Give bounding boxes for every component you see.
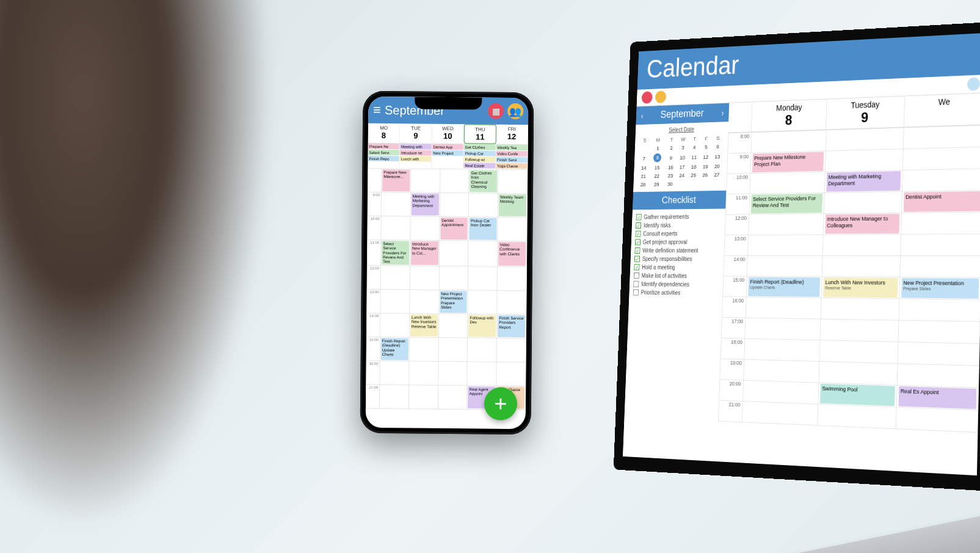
calendar-event[interactable]: Meeting with Marketing Department (411, 193, 438, 215)
calendar-event[interactable]: Followup with Dev (468, 315, 496, 337)
event-chip[interactable]: Meeting with (400, 144, 431, 149)
mini-cal-day[interactable]: 7 (638, 152, 650, 164)
calendar-event[interactable]: Lunch With New InvestorsReserve Table (823, 277, 898, 298)
calendar-event[interactable]: Prepare New Milestone Project Plan (752, 152, 824, 173)
mini-cal-day[interactable]: 16 (665, 163, 677, 172)
checklist-item[interactable]: Prioritize activities (633, 288, 719, 298)
calendar-event[interactable]: New Project Presentation Prepare Slides (440, 291, 467, 313)
mini-cal-day[interactable]: 15 (649, 163, 665, 172)
phone-day-TUE[interactable]: TUE9 (400, 123, 432, 143)
event-chip[interactable]: Lunch with (400, 156, 431, 161)
phone-day-FRI[interactable]: FRI12 (496, 125, 528, 144)
calendar-event[interactable]: Finish Report (Deadline) Update Charts (381, 338, 408, 360)
next-month-icon[interactable]: › (721, 108, 724, 117)
checkbox-icon[interactable]: ✓ (634, 256, 640, 262)
event-chip[interactable]: Finish Servi (496, 157, 527, 163)
calendar-event[interactable]: Dentist Appoint (904, 191, 980, 212)
mini-cal-day[interactable]: 8 (650, 152, 666, 164)
calendar-event[interactable]: Select Service Providers For Review And … (382, 241, 409, 265)
checkbox-icon[interactable]: ✓ (636, 214, 642, 220)
event-chip[interactable]: Real Estate (464, 163, 495, 168)
mini-cal-day[interactable]: 2 (666, 144, 677, 152)
calendar-event[interactable]: Select Service Providers For Review And … (751, 194, 822, 214)
checkbox-icon[interactable]: ✓ (634, 247, 640, 254)
mini-cal-day[interactable]: 25 (688, 170, 700, 179)
event-chip[interactable]: Introduce ne (400, 150, 431, 155)
calendar-tool-icon[interactable] (642, 91, 653, 103)
event-chip[interactable]: Prepare Ne (368, 144, 399, 149)
checkbox-icon[interactable]: ✓ (635, 239, 641, 245)
user-avatar[interactable] (967, 77, 980, 90)
mini-cal-day[interactable]: 1 (650, 144, 666, 152)
mini-cal-day[interactable]: 5 (700, 142, 713, 151)
calendar-event[interactable]: Lunch With New Investors Reserve Table (410, 314, 438, 336)
laptop-day[interactable]: Tuesday9 (826, 97, 904, 130)
checkbox-icon[interactable]: ✓ (635, 231, 641, 237)
mini-cal-day[interactable]: 14 (638, 164, 650, 172)
calendar-event[interactable]: Dentist Appointment (440, 218, 468, 240)
add-event-button[interactable]: + (484, 387, 517, 420)
event-chip[interactable]: Finish Repo (368, 156, 399, 161)
mini-cal-day[interactable]: 3 (677, 143, 689, 152)
checkbox-icon[interactable]: ✓ (634, 264, 639, 270)
mini-cal-day[interactable]: 27 (711, 170, 723, 179)
calendar-event[interactable]: Introduce New Manager to Colleagues (825, 214, 899, 234)
mini-cal-day[interactable]: 13 (711, 150, 724, 162)
mini-cal-day[interactable]: 6 (712, 142, 724, 150)
mini-cal-day[interactable] (699, 179, 711, 188)
mini-cal-day[interactable] (711, 178, 723, 187)
mini-cal-day[interactable]: 18 (688, 163, 700, 171)
mini-cal-day[interactable]: 20 (711, 162, 724, 170)
checklist-item[interactable]: Make list of activities (634, 271, 719, 280)
checklist-item[interactable]: ✓Gather requirements (636, 212, 721, 221)
calendar-event[interactable]: Meeting with Marketing Department (826, 171, 901, 192)
event-chip[interactable]: Yoga Classe (496, 163, 527, 169)
checkbox-icon[interactable] (633, 289, 639, 295)
checklist-item[interactable]: ✓Specify responsibilities (634, 255, 720, 263)
checklist-item[interactable]: Identify dependencies (633, 280, 719, 289)
mini-cal-day[interactable]: 17 (677, 163, 688, 171)
mini-cal-day[interactable]: 12 (700, 151, 712, 163)
calendar-event[interactable]: Get Clothes from Chemical Cleaning (470, 170, 497, 192)
mini-cal-day[interactable] (639, 144, 650, 153)
mini-cal-day[interactable]: 26 (699, 170, 711, 179)
checkbox-icon[interactable] (633, 281, 639, 287)
calendar-event[interactable]: Weekly Team Meeting (499, 194, 526, 216)
laptop-day[interactable]: Monday8 (752, 99, 827, 131)
calendar-event[interactable]: Prepare New Milestone… (382, 169, 410, 191)
calendar-event[interactable]: Pickup Car from Dealer (470, 218, 497, 240)
clock-tool-icon[interactable] (655, 90, 666, 103)
event-chip[interactable]: New Project (432, 150, 463, 156)
calendar-event[interactable]: Introduce New Manager to Col… (411, 241, 438, 265)
event-chip[interactable]: Dentist App (432, 144, 463, 150)
calendar-event[interactable]: Finish Report (Deadline)Update Charts (748, 277, 820, 297)
phone-day-THU[interactable]: THU11 (464, 124, 496, 144)
mini-calendar[interactable]: Select Date SMTWTFS123456789101112131415… (633, 122, 728, 192)
event-chip[interactable]: Video Confe (496, 151, 527, 156)
mini-cal-day[interactable]: 29 (648, 180, 664, 188)
calendar-event[interactable]: New Project PresentationPrepare Slides (901, 278, 979, 299)
event-chip[interactable]: Select Servi (368, 150, 399, 155)
mini-cal-day[interactable]: 22 (649, 172, 665, 180)
phone-day-MO[interactable]: MO8 (368, 123, 401, 143)
mini-cal-day[interactable]: 28 (637, 180, 649, 189)
calendar-event[interactable]: Real Es Appoint (898, 386, 976, 409)
mini-cal-day[interactable]: 30 (664, 180, 676, 188)
contacts-icon[interactable]: 👥 (507, 103, 523, 119)
checklist-item[interactable]: ✓Identify risks (636, 221, 721, 230)
checkbox-icon[interactable] (634, 273, 639, 279)
event-chip[interactable]: Weekly Tea (496, 145, 527, 150)
event-chip[interactable]: Pickup Car (464, 150, 495, 156)
laptop-schedule-grid[interactable]: 8:009:00Prepare New Milestone Project Pl… (718, 125, 980, 433)
mini-cal-day[interactable]: 4 (689, 143, 700, 152)
mini-cal-day[interactable]: 11 (688, 151, 700, 163)
checklist-item[interactable]: ✓Hold a meeting (634, 263, 719, 271)
mini-cal-day[interactable]: 19 (699, 162, 711, 170)
phone-day-WED[interactable]: WED10 (432, 124, 464, 144)
checklist-item[interactable]: ✓Write definition statement (634, 246, 720, 255)
checklist-item[interactable]: ✓Consult experts (635, 229, 720, 238)
calendar-icon[interactable]: ▦ (488, 103, 504, 119)
event-chip[interactable]: Followup wi (464, 156, 495, 162)
calendar-event[interactable]: Swimming Pool (820, 384, 895, 406)
mini-cal-day[interactable] (676, 180, 688, 188)
